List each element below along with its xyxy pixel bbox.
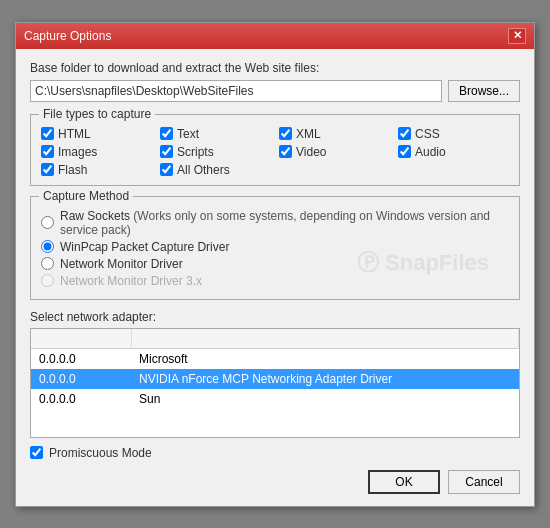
col-ip	[31, 329, 131, 349]
capture-method-group: Capture Method Raw Sockets (Works only o…	[30, 196, 520, 300]
filetype-allothers-checkbox[interactable]	[160, 163, 173, 176]
browse-button[interactable]: Browse...	[448, 80, 520, 102]
base-folder-input[interactable]	[30, 80, 442, 102]
netmon3-radio[interactable]	[41, 274, 54, 287]
filetype-css-label: CSS	[415, 127, 440, 141]
filetype-audio-label: Audio	[415, 145, 446, 159]
filetype-text: Text	[160, 127, 271, 141]
filetype-video-checkbox[interactable]	[279, 145, 292, 158]
raw-sockets-radio[interactable]	[41, 216, 54, 229]
netmon-label: Network Monitor Driver	[60, 257, 183, 271]
network-row-2-ip: 0.0.0.0	[31, 389, 131, 409]
capture-options-dialog: Capture Options ✕ Base folder to downloa…	[15, 22, 535, 507]
filetype-images-checkbox[interactable]	[41, 145, 54, 158]
raw-sockets-label: Raw Sockets (Works only on some systems,…	[60, 209, 509, 237]
filetype-html-label: HTML	[58, 127, 91, 141]
filetype-css: CSS	[398, 127, 509, 141]
network-row-2[interactable]: 0.0.0.0 Sun	[31, 389, 519, 409]
network-adapter-table: 0.0.0.0 Microsoft 0.0.0.0 NVIDIA nForce …	[31, 329, 519, 409]
file-types-title: File types to capture	[39, 107, 155, 121]
network-adapter-label: Select network adapter:	[30, 310, 520, 324]
network-row-1[interactable]: 0.0.0.0 NVIDIA nForce MCP Networking Ada…	[31, 369, 519, 389]
filetype-scripts-checkbox[interactable]	[160, 145, 173, 158]
base-folder-row: Browse...	[30, 80, 520, 102]
capture-netmon3: Network Monitor Driver 3.x	[41, 274, 509, 288]
netmon3-label: Network Monitor Driver 3.x	[60, 274, 202, 288]
filetype-css-checkbox[interactable]	[398, 127, 411, 140]
window-title: Capture Options	[24, 29, 111, 43]
file-types-grid: HTML Text XML CSS Images	[41, 127, 509, 177]
filetype-images: Images	[41, 145, 152, 159]
filetype-flash: Flash	[41, 163, 152, 177]
filetype-scripts: Scripts	[160, 145, 271, 159]
filetype-xml: XML	[279, 127, 390, 141]
filetype-text-checkbox[interactable]	[160, 127, 173, 140]
filetype-video: Video	[279, 145, 390, 159]
filetype-xml-checkbox[interactable]	[279, 127, 292, 140]
filetype-audio: Audio	[398, 145, 509, 159]
filetype-flash-checkbox[interactable]	[41, 163, 54, 176]
network-row-1-name: NVIDIA nForce MCP Networking Adapter Dri…	[131, 369, 519, 389]
button-row: OK Cancel	[30, 470, 520, 496]
col-name	[131, 329, 519, 349]
filetype-scripts-label: Scripts	[177, 145, 214, 159]
winpcap-label: WinPcap Packet Capture Driver	[60, 240, 229, 254]
promiscuous-label: Promiscuous Mode	[49, 446, 152, 460]
network-row-0[interactable]: 0.0.0.0 Microsoft	[31, 349, 519, 369]
ok-button[interactable]: OK	[368, 470, 440, 494]
capture-raw-sockets: Raw Sockets (Works only on some systems,…	[41, 209, 509, 237]
filetype-html-checkbox[interactable]	[41, 127, 54, 140]
network-row-0-name: Microsoft	[131, 349, 519, 369]
promiscuous-row: Promiscuous Mode	[30, 446, 520, 460]
file-types-group: File types to capture HTML Text XML CSS	[30, 114, 520, 186]
filetype-text-label: Text	[177, 127, 199, 141]
network-table-header	[31, 329, 519, 349]
filetype-xml-label: XML	[296, 127, 321, 141]
close-button[interactable]: ✕	[508, 28, 526, 44]
network-row-0-ip: 0.0.0.0	[31, 349, 131, 369]
base-folder-label: Base folder to download and extract the …	[30, 61, 520, 75]
winpcap-radio[interactable]	[41, 240, 54, 253]
capture-method-content: Raw Sockets (Works only on some systems,…	[41, 205, 509, 288]
filetype-flash-label: Flash	[58, 163, 87, 177]
capture-winpcap: WinPcap Packet Capture Driver	[41, 240, 509, 254]
cancel-button[interactable]: Cancel	[448, 470, 520, 494]
filetype-allothers: All Others	[160, 163, 271, 177]
network-row-1-ip: 0.0.0.0	[31, 369, 131, 389]
filetype-video-label: Video	[296, 145, 326, 159]
filetype-allothers-label: All Others	[177, 163, 230, 177]
promiscuous-checkbox[interactable]	[30, 446, 43, 459]
capture-method-title: Capture Method	[39, 189, 133, 203]
netmon-radio[interactable]	[41, 257, 54, 270]
network-row-2-name: Sun	[131, 389, 519, 409]
filetype-audio-checkbox[interactable]	[398, 145, 411, 158]
network-adapter-table-wrapper: 0.0.0.0 Microsoft 0.0.0.0 NVIDIA nForce …	[30, 328, 520, 438]
title-bar: Capture Options ✕	[16, 23, 534, 49]
capture-netmon: Network Monitor Driver	[41, 257, 509, 271]
filetype-html: HTML	[41, 127, 152, 141]
filetype-images-label: Images	[58, 145, 97, 159]
